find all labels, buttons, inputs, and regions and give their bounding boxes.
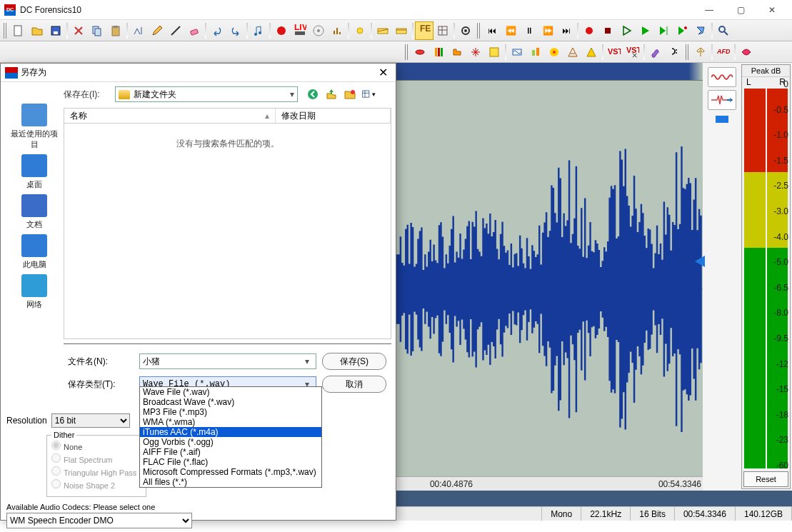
fx-5-icon[interactable]	[485, 43, 503, 61]
filetype-option[interactable]: WMA (*.wma)	[140, 417, 321, 427]
col-name[interactable]: 名称▴	[64, 109, 276, 123]
filetype-option[interactable]: Broadcast Wave (*.wav)	[140, 397, 321, 407]
cut-icon[interactable]	[69, 21, 88, 40]
editor-icon[interactable]	[433, 21, 452, 40]
zoom-icon[interactable]	[714, 21, 733, 40]
fx-7-icon[interactable]	[526, 43, 545, 61]
vst-x-icon[interactable]: VST	[623, 43, 642, 61]
paste-icon[interactable]	[106, 21, 125, 40]
minimize-button[interactable]: —	[693, 0, 725, 20]
new-file-icon[interactable]	[9, 21, 28, 40]
filetype-option[interactable]: MP3 File (*.mp3)	[140, 407, 321, 417]
meter-reset-button[interactable]: Reset	[743, 471, 788, 487]
dialog-close-button[interactable]: ✕	[374, 66, 391, 79]
vst-icon[interactable]: VST	[605, 43, 623, 61]
fx-9-icon[interactable]	[563, 43, 582, 61]
afdf-icon[interactable]: AFDF	[714, 43, 733, 61]
resolution-select[interactable]: 16 bit	[51, 413, 130, 428]
filetype-option[interactable]: Ogg Vorbis (*.ogg)	[140, 437, 321, 447]
pencil-icon[interactable]	[148, 21, 166, 40]
save-in-dropdown[interactable]: 新建文件夹 ▾	[115, 86, 298, 102]
play2-icon[interactable]	[636, 21, 654, 40]
save-button[interactable]: 保存(S)	[322, 353, 386, 370]
nav-viewmenu-icon[interactable]: ▾	[361, 86, 376, 102]
bass-clef-icon[interactable]	[665, 43, 683, 61]
filetype-option[interactable]: iTunes AAC (*.m4a)	[140, 427, 321, 437]
status-disk: 140.12GB	[736, 507, 792, 521]
stop-icon[interactable]	[598, 21, 617, 40]
tool-icon[interactable]	[691, 21, 710, 40]
main-area: 767 00:31.5321 00:40.4876 00:54.3346 Pea…	[0, 63, 792, 491]
fx-4-icon[interactable]	[466, 43, 485, 61]
sun-icon[interactable]	[351, 21, 369, 40]
fx-6-icon[interactable]	[508, 43, 526, 61]
fe-icon[interactable]: FE	[415, 21, 433, 40]
dither-option[interactable]: Noise Shape 2	[51, 479, 141, 492]
fx-3-icon[interactable]	[448, 43, 466, 61]
nav-back-icon[interactable]	[305, 86, 321, 102]
gear-icon[interactable]	[456, 21, 475, 40]
dither-option[interactable]: Flat Spectrum	[51, 453, 141, 466]
dither-option[interactable]: None	[51, 441, 141, 453]
pause-icon[interactable]: ⏸	[520, 21, 538, 40]
skip-start-icon[interactable]: ⏮	[483, 21, 501, 40]
fx-2-icon[interactable]	[429, 43, 448, 61]
fx-10-icon[interactable]	[582, 43, 601, 61]
nav-newfolder-icon[interactable]	[342, 86, 358, 102]
fx-1-icon[interactable]	[411, 43, 429, 61]
close-button[interactable]: ✕	[756, 0, 788, 20]
place-net[interactable]: 网络	[9, 274, 59, 310]
dialog-titlebar[interactable]: 另存为 ✕	[1, 64, 396, 82]
filetype-option[interactable]: All files (*.*)	[140, 477, 321, 487]
skip-end-icon[interactable]: ⏭	[557, 21, 576, 40]
brush-icon[interactable]	[646, 43, 665, 61]
line-icon[interactable]	[166, 21, 185, 40]
codec-select[interactable]: WM Speech Encoder DMO	[6, 513, 192, 528]
balance-icon[interactable]	[691, 43, 710, 61]
file-list[interactable]: 没有与搜索条件匹配的项。	[64, 124, 391, 339]
redo-icon[interactable]	[226, 21, 245, 40]
maximize-button[interactable]: ▢	[725, 0, 756, 20]
env2-icon[interactable]	[392, 21, 411, 40]
lips-icon[interactable]	[737, 43, 756, 61]
cancel-button[interactable]: 取消	[322, 376, 386, 393]
col-date[interactable]: 修改日期	[276, 109, 391, 123]
dither-option[interactable]: Triangular High Pass	[51, 466, 141, 479]
filetype-option[interactable]: Wave File (*.wav)	[140, 387, 321, 397]
place-doc[interactable]: 文档	[9, 194, 59, 230]
place-pc[interactable]: 此电脑	[9, 234, 59, 270]
filename-input[interactable]: 小猪▾	[139, 353, 316, 369]
play-sel-icon[interactable]	[654, 21, 673, 40]
play-end-icon[interactable]	[673, 21, 691, 40]
filetype-option[interactable]: FLAC File (*.flac)	[140, 457, 321, 467]
place-desktop[interactable]: 桌面	[9, 154, 59, 190]
rewind-icon[interactable]: ⏪	[501, 21, 520, 40]
position-marker[interactable]	[716, 116, 728, 123]
levels-icon[interactable]	[328, 21, 346, 40]
forward-icon[interactable]: ⏩	[538, 21, 557, 40]
sel-start-icon[interactable]	[129, 21, 148, 40]
undo-icon[interactable]	[208, 21, 226, 40]
filetype-options-list[interactable]: Wave File (*.wav)Broadcast Wave (*.wav)M…	[139, 386, 322, 488]
copy-icon[interactable]	[88, 21, 106, 40]
eraser-icon[interactable]	[185, 21, 204, 40]
filetype-option[interactable]: AIFF File (*.aif)	[140, 447, 321, 457]
note-icon[interactable]	[249, 21, 268, 40]
list-scrollbar[interactable]	[64, 343, 391, 344]
fx-8-icon[interactable]	[545, 43, 563, 61]
open-file-icon[interactable]	[28, 21, 46, 40]
list-header[interactable]: 名称▴ 修改日期	[64, 108, 391, 124]
filetype-option[interactable]: Microsoft Compressed Formats (*.mp3,*.wa…	[140, 467, 321, 477]
cd-icon[interactable]	[309, 21, 328, 40]
dither-group: Dither NoneFlat SpectrumTriangular High …	[46, 431, 146, 497]
env-icon[interactable]	[374, 21, 392, 40]
play-icon[interactable]	[617, 21, 636, 40]
preset-wave-icon[interactable]	[708, 67, 736, 87]
preset-spike-icon[interactable]	[708, 90, 736, 110]
live-icon[interactable]: LIVE	[291, 21, 309, 40]
nav-up-icon[interactable]	[324, 86, 339, 102]
rec2-icon[interactable]	[580, 21, 598, 40]
save-icon[interactable]	[46, 21, 65, 40]
place-recent[interactable]: 最近使用的项目	[9, 104, 59, 150]
record-icon[interactable]	[272, 21, 291, 40]
